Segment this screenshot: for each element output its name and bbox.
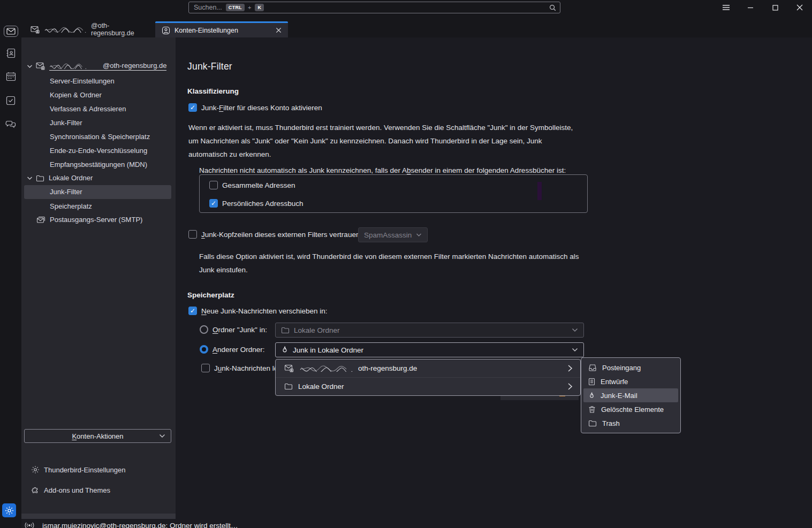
- sidebar-item-lokale-speicherplatz[interactable]: Speicherplatz: [50, 202, 92, 210]
- delete-junk-checkbox-row[interactable]: Junk-Nachrichten lös: [201, 364, 282, 372]
- checkbox-unchecked-icon[interactable]: [201, 364, 210, 372]
- maximize-icon: [772, 5, 778, 11]
- page-title: Junk-Filter: [187, 61, 232, 72]
- other-folder-radio-row[interactable]: Anderer Ordner:: [200, 345, 265, 354]
- addons-themes-link[interactable]: Add-ons und Themes: [31, 486, 110, 494]
- enable-junk-label: Junk-Filter für dieses Konto aktivieren: [201, 104, 322, 112]
- space-addressbook-button[interactable]: [0, 48, 21, 58]
- section-speicherplatz: Speicherplatz: [187, 291, 234, 299]
- chevron-right-icon: [567, 382, 573, 391]
- global-search-input[interactable]: Suchen... CTRL + K: [188, 2, 560, 13]
- minimize-icon: [747, 4, 754, 11]
- draft-document-icon: [588, 378, 595, 386]
- broadcast-icon: [24, 522, 35, 528]
- tab-close-button[interactable]: [276, 27, 282, 33]
- junk-folder-radio-label: Ordner "Junk" in:: [213, 326, 267, 334]
- junk-folder-select[interactable]: Lokale Ordner: [275, 323, 584, 338]
- gear-icon: [31, 465, 40, 474]
- trust-headers-row[interactable]: Junk-Kopfzeilen dieses externen Filters …: [188, 230, 362, 239]
- space-settings-button[interactable]: [2, 503, 16, 517]
- submenu-item-geloeschte-elemente[interactable]: Gelöschte Elemente: [583, 402, 678, 416]
- space-chat-button[interactable]: [0, 120, 21, 128]
- maximize-button[interactable]: [763, 0, 787, 15]
- trust-headers-label: Junk-Kopfzeilen dieses externen Filters …: [201, 231, 362, 239]
- popup-account-row[interactable]: oth-regensburg.de: [276, 359, 580, 377]
- popup-local-folders-row[interactable]: Lokale Ordner: [276, 377, 580, 395]
- checkbox-checked-icon[interactable]: [209, 199, 218, 208]
- chevron-down-icon: [159, 434, 165, 438]
- thunderbird-window: Suchen... CTRL + K: [0, 0, 812, 528]
- sidebar-item-junk-filter[interactable]: Junk-Filter: [50, 119, 82, 127]
- space-tasks-button[interactable]: [0, 96, 21, 105]
- sidebar-item-synchronisation[interactable]: Synchronisation & Speicherplatz: [50, 133, 150, 141]
- sidebar-item-verfassen-adressieren[interactable]: Verfassen & Adressieren: [50, 105, 126, 113]
- sidebar-account-root[interactable]: @oth-regensburg.de: [27, 62, 166, 71]
- popup-local-folders-label: Lokale Ordner: [298, 382, 344, 391]
- sidebar-item-lokale-junk-filter[interactable]: Junk-Filter: [50, 188, 82, 196]
- chat-icon: [5, 120, 16, 128]
- sidebar-item-smtp[interactable]: Postausgangs-Server (SMTP): [36, 216, 142, 224]
- space-mail-button[interactable]: [0, 26, 21, 37]
- addressbook-item-persoenlich[interactable]: Persönliches Adressbuch: [209, 199, 303, 208]
- sidebar-item-ende-zu-ende[interactable]: Ende-zu-Ende-Verschlüsselung: [50, 147, 147, 155]
- folder-icon: [284, 382, 293, 390]
- addressbook-item-gesammelte[interactable]: Gesammelte Adressen: [209, 181, 295, 189]
- trust-headers-helper-text: Falls diese Option aktiviert ist, wird T…: [199, 250, 590, 277]
- sidebar-item-empfangsbestaetigungen[interactable]: Empfangsbestätigungen (MDN): [50, 160, 147, 169]
- tab-konten-einstellungen[interactable]: Konten-Einstellungen: [155, 21, 288, 37]
- shortcut-ctrl-badge: CTRL: [226, 4, 245, 11]
- checkbox-checked-icon[interactable]: [188, 307, 197, 315]
- chevron-down-icon: [416, 233, 422, 237]
- mail-icon: [4, 26, 18, 37]
- submenu-item-trash[interactable]: Trash: [583, 416, 678, 430]
- calendar-icon: [6, 72, 16, 81]
- sidebar-item-server-einstellungen[interactable]: Server-Einstellungen: [50, 77, 115, 85]
- gear-icon: [5, 506, 14, 515]
- delete-junk-label-partial: Junk-Nachrichten lös: [214, 364, 282, 372]
- konten-aktionen-button[interactable]: Konten-Aktionen: [24, 429, 171, 443]
- space-calendar-button[interactable]: [0, 72, 21, 81]
- chevron-down-icon: [572, 348, 578, 352]
- other-folder-select[interactable]: Junk in Lokale Ordner: [275, 342, 584, 357]
- sidebar-item-kopien-ordner[interactable]: Kopien & Ordner: [50, 91, 102, 99]
- mail-account-icon: [31, 26, 40, 34]
- close-window-button[interactable]: [787, 0, 812, 15]
- checkbox-unchecked-icon[interactable]: [188, 230, 197, 239]
- checkbox-checked-icon[interactable]: [188, 103, 197, 112]
- junk-folder-radio-row[interactable]: Ordner "Junk" in:: [200, 325, 267, 334]
- flame-icon: [588, 392, 595, 400]
- shortcut-plus: +: [248, 4, 251, 11]
- folder-icon: [281, 326, 290, 334]
- enable-junk-checkbox-row[interactable]: Junk-Filter für dieses Konto aktivieren: [188, 103, 322, 112]
- thunderbird-settings-link[interactable]: Thunderbird-Einstellungen: [31, 465, 125, 474]
- account-name-suffix: @oth-regensburg.de: [103, 62, 166, 70]
- shortcut-k-badge: K: [255, 4, 264, 11]
- move-junk-checkbox-row[interactable]: Neue Junk-Nachrichten verschieben in:: [188, 307, 328, 315]
- radio-unselected-icon[interactable]: [200, 325, 208, 334]
- spam-filter-select[interactable]: SpamAssassin: [358, 227, 428, 242]
- title-bar: Suchen... CTRL + K: [0, 0, 812, 37]
- close-icon: [796, 4, 803, 11]
- junk-description-text: Wenn er aktiviert ist, muss Thunderbird …: [188, 121, 582, 161]
- sidebar-selected-row: [24, 185, 171, 199]
- minimize-button[interactable]: [738, 0, 763, 15]
- popup-account-suffix: oth-regensburg.de: [358, 364, 417, 372]
- submenu-item-junk-email[interactable]: Junk-E-Mail: [583, 388, 678, 402]
- submenu-item-entwuerfe[interactable]: Entwürfe: [583, 374, 678, 388]
- chevron-down-icon: [27, 64, 33, 68]
- folder-icon: [588, 419, 597, 427]
- submenu-item-posteingang[interactable]: Posteingang: [583, 361, 678, 374]
- mail-tab-label-suffix: @oth-regensburg.de: [91, 22, 149, 37]
- app-menu-button[interactable]: [714, 0, 738, 15]
- checkbox-unchecked-icon[interactable]: [209, 181, 218, 189]
- inbox-icon: [588, 364, 597, 371]
- radio-selected-icon[interactable]: [200, 345, 208, 354]
- window-controls: [714, 0, 812, 15]
- folder-picker-popup: oth-regensburg.de Lokale Ordner: [275, 359, 581, 396]
- tab-mail-account[interactable]: @oth-regensburg.de: [24, 21, 155, 37]
- folder-icon: [36, 174, 44, 182]
- status-text: ismar.mujezinovic@oth-regensburg.de: Ord…: [42, 522, 238, 528]
- mail-account-icon: [284, 364, 294, 372]
- sidebar-item-lokale-ordner[interactable]: Lokale Ordner: [27, 174, 93, 182]
- addressbook-listbox[interactable]: Gesammelte Adressen Persönliches Adressb…: [199, 174, 588, 213]
